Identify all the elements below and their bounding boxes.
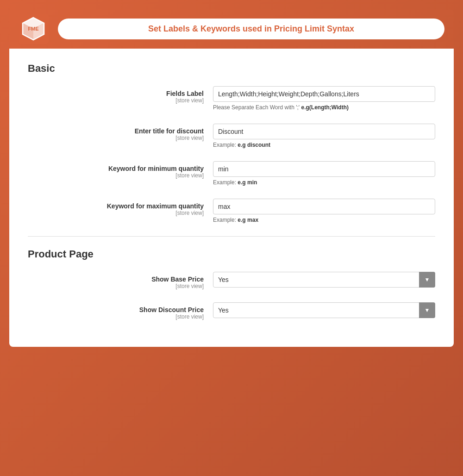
fields-label-main: Fields Label — [28, 90, 204, 97]
base-price-label-sub: [store view] — [28, 283, 204, 289]
product-page-section: Product Page Show Base Price [store view… — [28, 248, 435, 320]
fme-logo: FME — [19, 14, 49, 44]
max-label-main: Keyword for maximum quantity — [28, 202, 204, 210]
discount-hint: Example: e.g discount — [213, 142, 435, 148]
max-quantity-input[interactable] — [213, 199, 435, 214]
fields-label-sub: [store view] — [28, 97, 204, 104]
main-card: Basic Fields Label [store view] Please S… — [9, 49, 454, 347]
show-discount-price-row: Show Discount Price [store view] Yes No … — [28, 302, 435, 320]
max-label-sub: [store view] — [28, 210, 204, 216]
min-label-main: Keyword for minimum quantity — [28, 165, 204, 172]
base-price-select[interactable]: Yes No — [213, 272, 435, 288]
base-price-label-main: Show Base Price — [28, 276, 204, 283]
min-input-group: Example: e.g min — [213, 161, 435, 186]
discount-price-label-group: Show Discount Price [store view] — [28, 302, 213, 320]
discount-price-label-sub: [store view] — [28, 313, 204, 320]
discount-input-group: Example: e.g discount — [213, 124, 435, 148]
header: FME Set Labels & Keywords used in Pricin… — [9, 9, 454, 49]
svg-text:FME: FME — [28, 26, 38, 31]
fields-label-row: Fields Label [store view] Please Separat… — [28, 86, 435, 111]
base-price-label-group: Show Base Price [store view] — [28, 272, 213, 289]
discount-label-main: Enter title for discount — [28, 127, 204, 135]
base-price-input-group: Yes No ▼ — [213, 272, 435, 288]
discount-label-sub: [store view] — [28, 135, 204, 141]
min-label-group: Keyword for minimum quantity [store view… — [28, 161, 213, 179]
header-title-bar: Set Labels & Keywords used in Pricing Li… — [58, 19, 444, 39]
basic-section: Basic Fields Label [store view] Please S… — [28, 63, 435, 223]
max-label-group: Keyword for maximum quantity [store view… — [28, 199, 213, 216]
discount-title-row: Enter title for discount [store view] Ex… — [28, 124, 435, 148]
show-base-price-row: Show Base Price [store view] Yes No ▼ — [28, 272, 435, 289]
discount-title-input[interactable] — [213, 124, 435, 139]
fields-label-group: Fields Label [store view] — [28, 86, 213, 104]
discount-price-input-group: Yes No ▼ — [213, 302, 435, 318]
fields-label-input-group: Please Separate Each Word with ';' e.g(L… — [213, 86, 435, 111]
discount-price-label-main: Show Discount Price — [28, 306, 204, 313]
min-quantity-input[interactable] — [213, 161, 435, 177]
max-input-group: Example: e.g max — [213, 199, 435, 223]
min-label-sub: [store view] — [28, 172, 204, 179]
fields-label-hint: Please Separate Each Word with ';' e.g(L… — [213, 104, 435, 111]
discount-price-select[interactable]: Yes No — [213, 302, 435, 318]
basic-section-title: Basic — [28, 63, 435, 75]
section-divider — [28, 236, 435, 237]
min-quantity-row: Keyword for minimum quantity [store view… — [28, 161, 435, 186]
product-page-title: Product Page — [28, 248, 435, 260]
discount-label-group: Enter title for discount [store view] — [28, 124, 213, 141]
min-hint: Example: e.g min — [213, 179, 435, 186]
page-wrapper: FME Set Labels & Keywords used in Pricin… — [9, 9, 454, 347]
header-title: Set Labels & Keywords used in Pricing Li… — [148, 24, 354, 33]
max-quantity-row: Keyword for maximum quantity [store view… — [28, 199, 435, 223]
base-price-select-wrapper: Yes No ▼ — [213, 272, 435, 288]
discount-price-select-wrapper: Yes No ▼ — [213, 302, 435, 318]
max-hint: Example: e.g max — [213, 217, 435, 223]
fields-label-input[interactable] — [213, 86, 435, 102]
